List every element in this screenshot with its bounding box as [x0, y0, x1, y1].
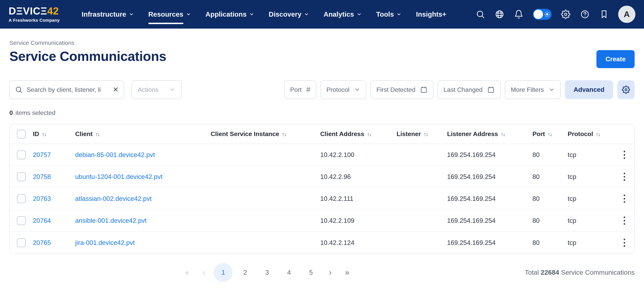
filter-first-detected[interactable]: First Detected: [370, 80, 434, 99]
search-icon[interactable]: [475, 9, 486, 20]
bookmark-icon[interactable]: [599, 9, 609, 20]
advanced-filter-button[interactable]: Advanced: [565, 80, 613, 99]
sort-icon[interactable]: ↑↓: [367, 131, 371, 138]
chevron-down-icon: [357, 12, 362, 17]
client-service-instance-cell: [210, 166, 320, 188]
chevron-down-icon: [186, 12, 191, 17]
page-button-5[interactable]: 5: [302, 263, 320, 282]
device42-logo[interactable]: DΞVICΞ42 A Freshworks Company: [8, 6, 60, 23]
last-page-icon[interactable]: »: [340, 263, 354, 282]
next-page-icon[interactable]: ›: [323, 263, 337, 282]
client-service-instance-cell: [210, 210, 320, 232]
column-header-client-service-instance: Client Service Instance↑↓: [210, 124, 320, 144]
protocol-cell: tcp: [568, 144, 615, 166]
nav-item-applications[interactable]: Applications: [206, 10, 254, 18]
title-row: Service Communications Create: [10, 49, 634, 68]
client-link[interactable]: ansible-001.device42.pvt: [75, 217, 146, 224]
page-button-2[interactable]: 2: [236, 263, 254, 282]
column-header-port: Port↑↓: [532, 124, 568, 144]
listener-cell: [396, 166, 447, 188]
listener-cell: [396, 144, 447, 166]
id-link[interactable]: 20764: [33, 217, 51, 224]
client-link[interactable]: debian-85-001.device42.pvt: [75, 151, 155, 158]
user-avatar[interactable]: A: [618, 6, 636, 23]
total-count-value: 22684: [541, 268, 559, 276]
nav-item-discovery[interactable]: Discovery: [269, 10, 309, 18]
sort-icon[interactable]: ↑↓: [424, 131, 428, 138]
client-link[interactable]: jira-001.device42.pvt: [75, 239, 135, 246]
actions-dropdown[interactable]: Actions: [132, 80, 182, 99]
listener-address-cell: 169.254.169.254: [447, 188, 532, 210]
column-header-protocol: Protocol↑↓: [568, 124, 615, 144]
sort-icon[interactable]: ↑↓: [548, 131, 552, 138]
help-icon[interactable]: [580, 9, 590, 20]
protocol-cell: tcp: [568, 210, 615, 232]
port-cell: 80: [532, 144, 568, 166]
create-button[interactable]: Create: [596, 50, 634, 68]
top-navbar: DΞVICΞ42 A Freshworks Company Infrastruc…: [0, 0, 644, 28]
id-link[interactable]: 20763: [33, 195, 51, 202]
nav-item-insights-plus[interactable]: Insights+: [416, 10, 446, 18]
client-link[interactable]: atlassian-002.device42.pvt: [75, 195, 152, 202]
page-button-3[interactable]: 3: [258, 263, 276, 282]
table-row: 20758 ubuntu-1204-001.device42.pvt 10.42…: [10, 166, 634, 188]
row-checkbox[interactable]: [17, 216, 26, 225]
column-header-listener: Listener↑↓: [396, 124, 447, 144]
logo-subtitle: A Freshworks Company: [8, 18, 60, 23]
selection-status: 0 items selected: [10, 109, 634, 116]
row-actions-kebab-icon[interactable]: [620, 194, 629, 204]
chevron-down-icon: [169, 86, 176, 93]
row-actions-kebab-icon[interactable]: [620, 215, 629, 226]
page-title: Service Communications: [10, 49, 166, 63]
nav-item-resources[interactable]: Resources: [148, 10, 191, 18]
search-input[interactable]: [26, 86, 109, 94]
total-count-label: Total 22684 Service Communications: [525, 268, 634, 276]
select-all-checkbox[interactable]: [17, 130, 26, 138]
sort-icon[interactable]: ↑↓: [282, 131, 286, 138]
row-actions-kebab-icon[interactable]: [620, 150, 629, 160]
hash-icon: #: [306, 86, 310, 94]
chevron-down-icon: [129, 12, 134, 17]
id-link[interactable]: 20765: [33, 239, 51, 246]
sort-icon[interactable]: ↑↓: [95, 131, 100, 138]
client-link[interactable]: ubuntu-1204-001.device42.pvt: [75, 173, 162, 180]
primary-nav: Infrastructure Resources Applications Di…: [82, 10, 446, 18]
clear-search-icon[interactable]: ✕: [113, 86, 118, 93]
sort-icon[interactable]: ↑↓: [42, 131, 46, 138]
page-button-1[interactable]: 1: [214, 263, 232, 282]
nav-item-infrastructure[interactable]: Infrastructure: [82, 10, 134, 18]
page-button-4[interactable]: 4: [280, 263, 298, 282]
filter-more-filters[interactable]: More Filters: [505, 80, 560, 99]
first-page-icon[interactable]: «: [180, 263, 194, 282]
bell-icon[interactable]: [514, 9, 524, 20]
row-actions-kebab-icon[interactable]: [620, 172, 629, 182]
listener-cell: [396, 188, 447, 210]
row-checkbox[interactable]: [17, 194, 26, 203]
gear-icon[interactable]: [560, 9, 571, 20]
selection-label: items selected: [16, 109, 56, 116]
filter-protocol[interactable]: Protocol: [321, 80, 366, 99]
row-checkbox[interactable]: [17, 238, 26, 247]
nav-item-analytics[interactable]: Analytics: [324, 10, 362, 18]
sort-icon[interactable]: ↑↓: [596, 131, 600, 138]
table-row: 20763 atlassian-002.device42.pvt 10.42.2…: [10, 188, 634, 210]
filter-port[interactable]: Port #: [284, 80, 316, 99]
client-service-instance-cell: [210, 188, 320, 210]
table-row: 20765 jira-001.device42.pvt 10.42.2.124 …: [10, 232, 634, 254]
search-box: ✕: [10, 80, 124, 99]
listener-address-cell: 169.254.169.254: [447, 144, 532, 166]
row-actions-kebab-icon[interactable]: [620, 238, 629, 248]
breadcrumb[interactable]: Service Communications: [10, 40, 634, 46]
port-cell: 80: [532, 210, 568, 232]
id-link[interactable]: 20758: [33, 173, 51, 180]
row-checkbox[interactable]: [17, 150, 26, 159]
previous-page-icon[interactable]: ‹: [197, 263, 210, 282]
table-settings-button[interactable]: [618, 80, 634, 99]
row-checkbox[interactable]: [17, 172, 26, 181]
sort-icon[interactable]: ↑↓: [501, 131, 505, 138]
filter-last-changed[interactable]: Last Changed: [438, 80, 500, 99]
theme-toggle[interactable]: [533, 9, 552, 20]
nav-item-tools[interactable]: Tools: [376, 10, 402, 18]
globe-icon[interactable]: [494, 9, 505, 20]
id-link[interactable]: 20757: [33, 151, 51, 158]
